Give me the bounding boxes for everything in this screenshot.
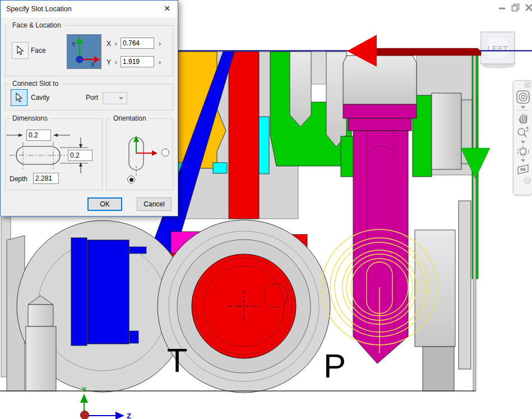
cad-app-window: T P LEFT <box>0 0 532 419</box>
x-coordinate-input[interactable] <box>121 38 154 49</box>
look-at-icon[interactable] <box>516 163 530 176</box>
depth-label: Depth <box>10 175 27 183</box>
preview-x-axis-label: X <box>91 62 95 68</box>
preview-y-axis-label: Y <box>72 42 76 48</box>
drill-plug <box>290 52 311 127</box>
y-coordinate-label: Y <box>107 58 111 66</box>
y-decrement-spinner[interactable]: ‹ <box>113 57 119 67</box>
cursor-arrow-icon <box>15 93 24 103</box>
triad-y-label: Y <box>82 385 87 394</box>
x-increment-spinner[interactable]: › <box>156 39 163 49</box>
cancel-button[interactable]: Cancel <box>137 197 172 211</box>
face-location-group-label: Face & Location <box>10 21 63 29</box>
navbar-minimize-icon[interactable] <box>514 176 531 185</box>
y-coordinate-input[interactable] <box>121 56 154 67</box>
dialog-titlebar[interactable]: Specify Slot Location × <box>1 1 178 17</box>
steering-wheel-icon[interactable] <box>515 89 531 105</box>
chevron-down-icon[interactable] <box>520 105 526 109</box>
view-cube-label: LEFT <box>487 44 508 53</box>
triad-z-label: Z <box>127 412 131 419</box>
cursor-arrow-icon <box>16 45 25 56</box>
red-cavity-band <box>229 52 259 219</box>
port-label-p: P <box>323 347 346 385</box>
navigation-bar <box>513 80 532 195</box>
cyan-cavity <box>259 117 269 174</box>
navbar-divider <box>516 110 530 110</box>
plug-pin-shaft <box>26 326 56 391</box>
restore-button[interactable] <box>511 3 520 12</box>
chevron-down-icon[interactable] <box>520 140 526 144</box>
blue-cavity-rect <box>71 238 87 346</box>
window-controls <box>498 3 532 12</box>
orbit-icon[interactable] <box>516 144 530 159</box>
chevron-down-icon <box>119 97 123 100</box>
minimize-button[interactable] <box>498 3 506 12</box>
x-decrement-spinner[interactable]: ‹ <box>113 39 119 49</box>
pick-cavity-button[interactable] <box>11 89 27 106</box>
port-label: Port <box>86 94 98 102</box>
port-dropdown[interactable] <box>103 92 127 104</box>
zoom-icon[interactable] <box>516 126 530 140</box>
pan-hand-icon[interactable] <box>516 111 530 126</box>
dialog-title: Specify Slot Location <box>6 5 72 13</box>
cavity-label: Cavity <box>31 94 49 102</box>
connect-slot-group-label: Connect Slot to <box>10 80 61 88</box>
port-label-t: T <box>167 342 188 379</box>
face-axis-preview: Y X <box>67 34 101 69</box>
chevron-down-icon[interactable] <box>520 159 526 163</box>
dialog-close-icon[interactable]: × <box>158 1 177 16</box>
face-label: Face <box>31 47 46 54</box>
specify-slot-location-dialog: Specify Slot Location × Face & Location … <box>0 0 178 217</box>
slot-width-input[interactable] <box>26 130 51 141</box>
slot-height-input[interactable] <box>68 150 92 161</box>
dark-red-flow-bar <box>377 48 481 56</box>
cartridge-hex-head <box>343 56 417 104</box>
orientation-horizontal-radio[interactable] <box>161 149 169 156</box>
slot-depth-input[interactable] <box>33 173 59 184</box>
pick-face-button[interactable] <box>12 42 29 59</box>
orientation-vertical-radio[interactable] <box>127 176 135 183</box>
navbar-close-icon[interactable] <box>514 81 531 89</box>
x-coordinate-label: X <box>107 40 111 48</box>
y-increment-spinner[interactable]: › <box>156 57 163 67</box>
ok-button[interactable]: OK <box>87 197 122 211</box>
close-window-button[interactable] <box>525 3 532 12</box>
